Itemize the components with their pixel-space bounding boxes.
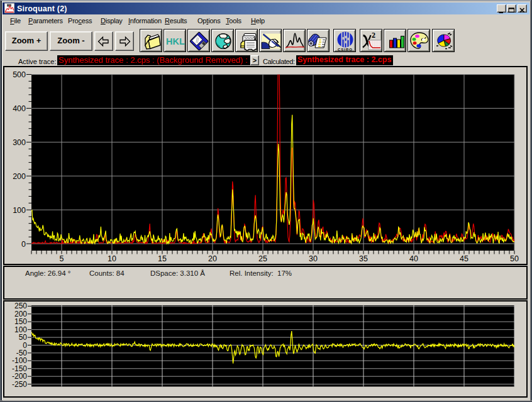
svg-text:-150: -150 <box>12 364 27 373</box>
svg-text:20: 20 <box>208 254 217 263</box>
svg-text:400: 400 <box>13 104 26 113</box>
svg-text:0: 0 <box>21 240 26 249</box>
svg-text:2: 2 <box>372 31 375 40</box>
svg-text:150: 150 <box>14 317 27 326</box>
svg-text:200: 200 <box>13 172 26 181</box>
svg-text:CSIRO: CSIRO <box>338 48 353 52</box>
svg-text:200: 200 <box>14 310 27 318</box>
svg-text:HKL: HKL <box>166 36 185 46</box>
svg-text:25: 25 <box>258 254 267 263</box>
svg-text:40: 40 <box>409 254 418 263</box>
svg-text:45: 45 <box>460 254 468 263</box>
svg-text:15: 15 <box>158 254 167 263</box>
svg-text:-50: -50 <box>16 349 28 357</box>
svg-text:300: 300 <box>13 138 26 147</box>
svg-text:-250: -250 <box>12 380 27 389</box>
svg-text:500: 500 <box>13 70 26 79</box>
svg-text:100: 100 <box>14 325 27 334</box>
svg-text:50: 50 <box>510 254 519 263</box>
svg-text:5: 5 <box>60 254 64 263</box>
svg-text:-100: -100 <box>12 356 27 365</box>
svg-text:250: 250 <box>14 302 27 310</box>
svg-text:30: 30 <box>309 254 318 263</box>
svg-text:0: 0 <box>23 341 27 350</box>
svg-text:10: 10 <box>108 254 116 263</box>
svg-text:100: 100 <box>13 206 26 215</box>
svg-text:35: 35 <box>359 254 368 263</box>
svg-text:-200: -200 <box>12 372 27 381</box>
svg-text:50: 50 <box>19 333 28 342</box>
